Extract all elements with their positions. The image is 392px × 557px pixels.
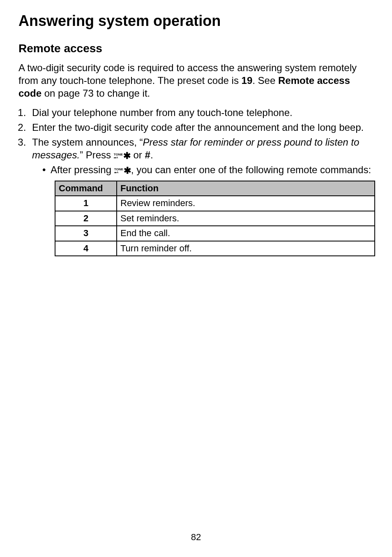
intro-text-3: on page 73 to change it. — [42, 88, 150, 99]
key-ab-label: a▸A — [114, 171, 123, 174]
key-tone-label: TONE — [114, 153, 123, 156]
command-cell: 3 — [55, 226, 117, 241]
intro-paragraph: A two-digit security code is required to… — [18, 61, 374, 100]
tone-star-key-icon: TONEa▸A✱ — [114, 168, 131, 174]
command-cell: 4 — [55, 241, 117, 256]
table-header-row: Command Function — [55, 181, 375, 196]
bullet-text-2: , you can enter one of the following rem… — [131, 164, 371, 175]
page-number: 82 — [0, 532, 392, 543]
command-cell: 2 — [55, 211, 117, 226]
table-row: 4 Turn reminder off. — [55, 241, 375, 256]
header-function: Function — [117, 181, 375, 196]
step-1: Dial your telephone number from any touc… — [29, 106, 374, 119]
header-command: Command — [55, 181, 117, 196]
table-row: 2 Set reminders. — [55, 211, 375, 226]
section-title: Remote access — [18, 42, 374, 55]
tone-star-key-icon: TONEa▸A✱ — [114, 153, 131, 159]
hash-key: # — [145, 149, 150, 160]
step-3-period: . — [150, 149, 153, 160]
function-cell: Set reminders. — [117, 211, 375, 226]
step-3-text-1: The system announces, “ — [32, 137, 143, 148]
key-ab-label: a▸A — [114, 156, 123, 159]
sub-bullet-list: After pressing TONEa▸A✱, you can enter o… — [42, 163, 374, 176]
step-3-or: or — [131, 149, 145, 160]
intro-text-2: . See — [252, 75, 278, 86]
function-cell: Review reminders. — [117, 196, 375, 211]
step-3-text-2: ” Press — [80, 149, 114, 160]
table-row: 1 Review reminders. — [55, 196, 375, 211]
bullet-text-1: After pressing — [51, 164, 114, 175]
function-cell: End the call. — [117, 226, 375, 241]
key-tone-label: TONE — [114, 168, 123, 171]
preset-code: 19 — [242, 75, 253, 86]
step-2: Enter the two-digit security code after … — [29, 121, 374, 134]
table-row: 3 End the call. — [55, 226, 375, 241]
step-3: The system announces, “Press star for re… — [29, 136, 374, 257]
function-cell: Turn reminder off. — [117, 241, 375, 256]
bullet-item: After pressing TONEa▸A✱, you can enter o… — [42, 163, 374, 176]
steps-list: Dial your telephone number from any touc… — [29, 106, 374, 257]
commands-table: Command Function 1 Review reminders. 2 S… — [55, 181, 375, 257]
page-title: Answering system operation — [18, 12, 374, 30]
command-cell: 1 — [55, 196, 117, 211]
